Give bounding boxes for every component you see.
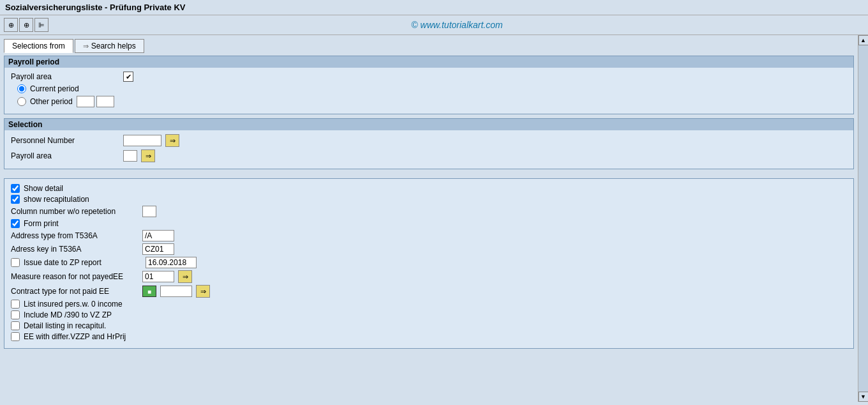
contract-type-action-btn[interactable]: ⇒ — [196, 285, 210, 298]
tab-arrow-icon: ⇒ — [83, 42, 89, 50]
show-recapitulation-label: show recapitulation — [24, 195, 89, 204]
include-md-row: Include MD /390 to VZ ZP — [11, 310, 847, 319]
tab-search-helps-label: Search helps — [91, 42, 136, 50]
scrollbar[interactable]: ▲ ▼ — [858, 35, 868, 402]
personnel-number-label: Personnel Number — [11, 136, 119, 145]
other-period-radio[interactable] — [17, 97, 26, 106]
selection-body: Personnel Number ⇒ Payroll area ⇒ — [4, 130, 853, 169]
show-detail-checkbox[interactable] — [11, 184, 20, 193]
toolbar-btn-2[interactable]: ⊕ — [19, 18, 33, 32]
issue-date-checkbox[interactable] — [11, 258, 20, 267]
tab-row: Selections from ⇒ Search helps — [4, 39, 854, 53]
toolbar-btn-3[interactable]: ⊫ — [34, 18, 49, 32]
form-print-row: Form print — [11, 219, 847, 228]
adress-key-label: Adress key in T536A — [11, 245, 138, 254]
address-type-label: Address type from T536A — [11, 231, 138, 240]
current-period-label: Current period — [30, 84, 79, 93]
selection-panel: Selection Personnel Number ⇒ Payroll are… — [4, 118, 854, 169]
measure-reason-input[interactable] — [142, 271, 174, 282]
payroll-area-checkbox[interactable]: ✔ — [123, 72, 133, 82]
title-bar: Sozialversicherungsliste - Prüfung Priva… — [0, 0, 868, 15]
main-area: Selections from ⇒ Search helps Payroll p… — [0, 35, 868, 402]
payroll-period-panel: Payroll period Payroll area ✔ Current pe… — [4, 56, 854, 114]
issue-date-label: Issue date to ZP report — [24, 258, 142, 267]
current-period-row: Current period — [11, 84, 847, 93]
show-recapitulation-checkbox[interactable] — [11, 195, 20, 204]
toolbar-btn-1[interactable]: ⊕ — [4, 18, 18, 32]
adress-key-input[interactable] — [142, 243, 174, 255]
show-detail-label: Show detail — [24, 184, 63, 193]
period-input-2[interactable] — [96, 96, 114, 107]
personnel-number-action-btn[interactable]: ⇒ — [165, 134, 179, 147]
detail-listing-checkbox[interactable] — [11, 321, 20, 330]
form-print-label: Form print — [24, 219, 59, 228]
contract-type-input[interactable] — [160, 286, 192, 297]
column-number-input[interactable] — [142, 206, 156, 217]
ee-with-differ-checkbox[interactable] — [11, 332, 20, 341]
issue-date-row: Issue date to ZP report — [11, 257, 847, 268]
scroll-track — [858, 45, 868, 392]
list-insured-row: List insured pers.w. 0 income — [11, 300, 847, 309]
address-type-input[interactable] — [142, 230, 174, 241]
app-title: Sozialversicherungsliste - Prüfung Priva… — [5, 3, 185, 12]
include-md-label: Include MD /390 to VZ ZP — [24, 310, 112, 319]
other-period-label: Other period — [30, 97, 73, 106]
selection-payroll-area-action-btn[interactable]: ⇒ — [141, 149, 155, 162]
contract-type-label: Contract type for not paid EE — [11, 287, 138, 296]
tab-selections-from[interactable]: Selections from — [4, 39, 73, 53]
selection-payroll-area-input[interactable] — [123, 150, 137, 162]
toolbar: ⊕ ⊕ ⊫ © www.tutorialkart.com — [0, 15, 868, 35]
form-print-checkbox[interactable] — [11, 219, 20, 228]
period-inputs — [77, 96, 114, 107]
column-number-row: Column number w/o repetetion — [11, 206, 847, 217]
payroll-area-label: Payroll area — [11, 72, 119, 81]
selection-payroll-area-row: Payroll area ⇒ — [11, 149, 847, 162]
show-detail-row: Show detail — [11, 184, 847, 193]
contract-type-green-btn[interactable]: ■ — [142, 286, 156, 297]
measure-reason-row: Measure reason for not payedEE ⇒ — [11, 270, 847, 283]
scroll-down-arrow[interactable]: ▼ — [858, 392, 869, 402]
lower-panel: Show detail show recapitulation Column n… — [4, 178, 854, 349]
include-md-checkbox[interactable] — [11, 310, 20, 319]
measure-reason-label: Measure reason for not payedEE — [11, 272, 138, 281]
other-period-row: Other period — [11, 96, 847, 107]
address-type-row: Address type from T536A — [11, 230, 847, 241]
personnel-number-input[interactable] — [123, 135, 161, 146]
issue-date-input[interactable] — [146, 257, 197, 268]
payroll-period-body: Payroll area ✔ Current period Other peri… — [4, 68, 853, 114]
payroll-area-row: Payroll area ✔ — [11, 72, 847, 82]
contract-type-row: Contract type for not paid EE ■ ⇒ — [11, 285, 847, 298]
watermark: © www.tutorialkart.com — [50, 20, 864, 30]
content-area: Selections from ⇒ Search helps Payroll p… — [0, 35, 858, 402]
scroll-up-arrow[interactable]: ▲ — [858, 35, 869, 45]
list-insured-checkbox[interactable] — [11, 300, 20, 309]
tab-selections-from-label: Selections from — [12, 42, 65, 50]
period-input-1[interactable] — [77, 96, 94, 107]
current-period-radio[interactable] — [17, 84, 26, 93]
ee-with-differ-row: EE with differ.VZZP and HrPrij — [11, 332, 847, 341]
detail-listing-label: Detail listing in recapitul. — [24, 321, 106, 330]
list-insured-label: List insured pers.w. 0 income — [24, 300, 123, 309]
payroll-period-header: Payroll period — [4, 56, 853, 68]
column-number-label: Column number w/o repetetion — [11, 207, 138, 216]
measure-reason-action-btn[interactable]: ⇒ — [178, 270, 192, 283]
selection-header: Selection — [4, 119, 853, 130]
tab-search-helps[interactable]: ⇒ Search helps — [75, 39, 144, 53]
adress-key-row: Adress key in T536A — [11, 243, 847, 255]
detail-listing-row: Detail listing in recapitul. — [11, 321, 847, 330]
personnel-number-row: Personnel Number ⇒ — [11, 134, 847, 147]
ee-with-differ-label: EE with differ.VZZP and HrPrij — [24, 332, 126, 341]
show-recapitulation-row: show recapitulation — [11, 195, 847, 204]
selection-payroll-area-label: Payroll area — [11, 151, 119, 160]
